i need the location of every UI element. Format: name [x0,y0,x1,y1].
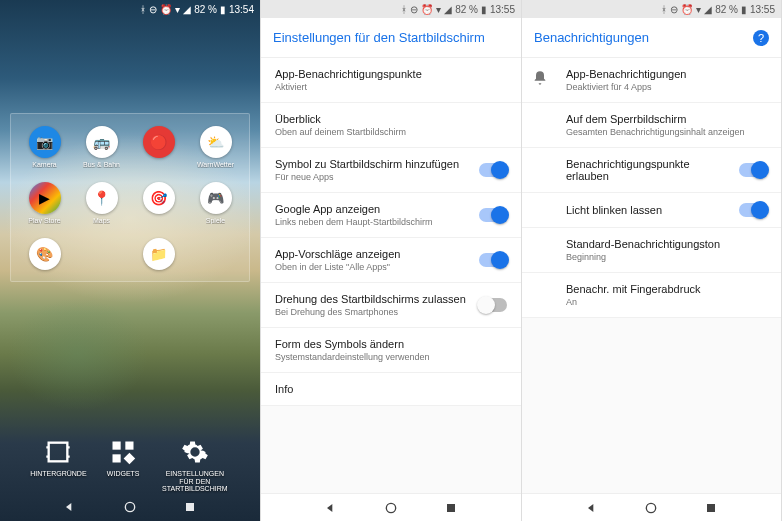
app-icon: 🎨 [29,238,61,270]
settings-item[interactable]: Benachr. mit FingerabdruckAn [522,273,781,318]
app-label: Kamera [32,161,57,168]
settings-item[interactable]: App-Vorschläge anzeigenOben in der Liste… [261,238,521,283]
settings-item[interactable]: Standard-BenachrichtigungstonBeginning [522,228,781,273]
panel-header: Einstellungen für den Startbildschirm [261,18,521,58]
nav-back-icon[interactable] [584,500,600,516]
clock-text: 13:54 [229,4,254,15]
item-subtitle: Deaktiviert für 4 Apps [566,82,767,92]
settings-item[interactable]: Form des Symbols ändernSystemstandardein… [261,328,521,373]
settings-item[interactable]: Info [261,373,521,406]
battery-icon: ▮ [741,4,747,15]
home-settings-label: EINSTELLUNGEN FÜR DEN STARTBILDSCHIRM [160,470,230,493]
item-title: Überblick [275,113,507,125]
dnd-icon: ⊖ [670,4,678,15]
dnd-icon: ⊖ [149,4,157,15]
signal-icon: ◢ [444,4,452,15]
app-icon: 📷 [29,126,61,158]
item-title: App-Vorschläge anzeigen [275,248,471,260]
svg-point-5 [125,502,134,511]
battery-text: 82 % [194,4,217,15]
settings-item[interactable]: Drehung des Startbildschirms zulassenBei… [261,283,521,328]
app-shortcut[interactable]: 🎯 [133,182,184,224]
svg-rect-4 [124,453,136,465]
alarm-icon: ⏰ [160,4,172,15]
app-shortcut[interactable]: 📁 [133,238,184,273]
app-shortcut[interactable]: 📷Kamera [19,126,70,168]
nav-recent-icon[interactable] [182,499,198,515]
wallpapers-label: HINTERGRÜNDE [30,470,86,478]
signal-icon: ◢ [704,4,712,15]
app-label: Bus & Bahn [83,161,120,168]
nav-bar [261,493,521,521]
battery-text: 82 % [715,4,738,15]
settings-item[interactable]: Benachrichtigungspunkte erlauben [522,148,781,193]
app-shortcut[interactable]: 🔴 [133,126,184,168]
svg-rect-2 [126,441,134,449]
app-label: Play Store [28,217,60,224]
app-icon: ⛅ [200,126,232,158]
app-shortcut[interactable]: ⛅WarnWetter [190,126,241,168]
nav-recent-icon[interactable] [443,500,459,516]
home-editor-panel: ᚼ ⊖ ⏰ ▾ ◢ 82 % ▮ 13:54 📷Kamera🚌Bus & Bah… [0,0,261,521]
svg-rect-6 [186,503,194,511]
toggle-switch[interactable] [739,163,767,177]
app-shortcut[interactable]: 🚌Bus & Bahn [76,126,127,168]
app-icon: 🚌 [86,126,118,158]
home-settings-button[interactable]: EINSTELLUNGEN FÜR DEN STARTBILDSCHIRM [160,438,230,493]
svg-point-7 [386,503,395,512]
settings-item[interactable]: App-BenachrichtigungenDeaktiviert für 4 … [522,58,781,103]
nav-back-icon[interactable] [323,500,339,516]
widgets-button[interactable]: WIDGETS [107,438,140,493]
app-shortcut[interactable]: ▶Play Store [19,182,70,224]
settings-item[interactable]: Licht blinken lassen [522,193,781,228]
nav-bar [522,493,781,521]
toggle-switch[interactable] [479,163,507,177]
toggle-switch[interactable] [479,298,507,312]
item-subtitle: Oben auf deinem Startbildschirm [275,127,507,137]
gear-icon [181,438,209,466]
settings-list: App-BenachrichtigungenDeaktiviert für 4 … [522,58,781,493]
app-shortcut[interactable]: 🎮Spiele [190,182,241,224]
item-title: Symbol zu Startbildschirm hinzufügen [275,158,471,170]
panel-header: Benachrichtigungen ? [522,18,781,58]
svg-rect-10 [707,504,715,512]
wallpapers-button[interactable]: HINTERGRÜNDE [30,438,86,493]
toggle-switch[interactable] [739,203,767,217]
nav-home-icon[interactable] [122,499,138,515]
item-title: Auf dem Sperrbildschirm [566,113,767,125]
nav-home-icon[interactable] [383,500,399,516]
settings-item[interactable]: App-BenachrichtigungspunkteAktiviert [261,58,521,103]
svg-rect-1 [113,441,121,449]
app-shortcut[interactable]: 📍Maps [76,182,127,224]
item-title: Drehung des Startbildschirms zulassen [275,293,471,305]
wifi-icon: ▾ [175,4,180,15]
settings-list: App-BenachrichtigungspunkteAktiviertÜber… [261,58,521,493]
svg-point-9 [647,503,656,512]
bluetooth-icon: ᚼ [401,4,407,15]
app-label: Spiele [206,217,225,224]
nav-home-icon[interactable] [643,500,659,516]
wallpaper-icon [44,438,72,466]
toggle-switch[interactable] [479,208,507,222]
nav-back-icon[interactable] [62,499,78,515]
svg-rect-3 [113,454,121,462]
clock-text: 13:55 [490,4,515,15]
app-icon: 🎮 [200,182,232,214]
item-title: App-Benachrichtigungspunkte [275,68,507,80]
item-subtitle: Beginning [566,252,767,262]
help-icon[interactable]: ? [753,30,769,46]
home-preview[interactable]: 📷Kamera🚌Bus & Bahn🔴⛅WarnWetter▶Play Stor… [10,113,250,282]
settings-item[interactable]: ÜberblickOben auf deinem Startbildschirm [261,103,521,148]
app-shortcut[interactable]: 🎨 [19,238,70,273]
toggle-switch[interactable] [479,253,507,267]
item-title: Info [275,383,507,395]
item-title: Google App anzeigen [275,203,471,215]
status-bar: ᚼ ⊖ ⏰ ▾ ◢ 82 % ▮ 13:54 [0,0,260,18]
app-icon: 🎯 [143,182,175,214]
settings-item[interactable]: Google App anzeigenLinks neben dem Haupt… [261,193,521,238]
settings-item[interactable]: Auf dem SperrbildschirmGesamten Benachri… [522,103,781,148]
nav-recent-icon[interactable] [703,500,719,516]
clock-text: 13:55 [750,4,775,15]
settings-item[interactable]: Symbol zu Startbildschirm hinzufügenFür … [261,148,521,193]
svg-rect-0 [49,443,68,462]
